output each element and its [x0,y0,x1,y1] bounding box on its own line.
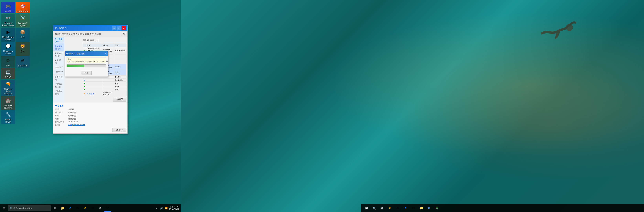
taskbar-left: ⊞ 🔍 뭐 및 Windows 검색 ⧉ 📁 e 🛍 e ✉ ⚙ 🛡 ∧ 🔊 📶… [0,204,181,212]
program-name: ☞ 도움말 [86,91,102,96]
table-row[interactable]: ● ☞ 도움말 주식회사이니시아프트 [83,91,126,96]
desktop-icon-intel[interactable]: 🔧 Intel(R)Driver [1,110,15,124]
taskbar-right-taskview[interactable]: ⧉ [378,204,386,212]
desktop-icon-alzip[interactable]: 📦 알집 [16,28,30,42]
3dvision-icon: 👓 [4,14,12,22]
taskbar-app-ie[interactable]: e [82,204,89,212]
clock-time: 오전 11:30 [169,205,179,208]
desktop-icon-lion[interactable]: 🦁 lion [16,42,30,56]
system-tray: ∧ 🔊 📶 [155,206,168,210]
taskbar-app-store[interactable]: 🛍 [74,204,81,212]
desktop-icon-mediaplayer[interactable]: ▶ Media PlayerCenter [1,28,15,42]
sidebar-section-tools: ActiveX 블/BHO [53,65,64,75]
taskbar-app-edge[interactable]: e [67,204,74,212]
gpuz-icon: 💻 [4,69,12,76]
version-label: 버전 : [55,118,66,120]
sidebar-item-blulog[interactable]: 블/BHO [53,70,64,74]
taskbar-right-ie2[interactable]: e [402,204,409,212]
close-window-button[interactable]: 닫기(C) [112,128,126,132]
window-controls: ─ □ ✕ [112,26,126,30]
printer-icon: 🖨 [19,57,26,64]
desktop-icon-counter[interactable]: 🔫 Counter-StrikeOnline 2 [1,80,15,96]
messenger-icon: 💬 [4,43,12,50]
table-row[interactable]: ● 6.0.1.6554 [83,78,126,82]
name-value: 설치됨 [68,108,126,111]
taskbar-app-settings[interactable]: ⚙ [96,204,104,212]
messenger-label: MessengerCenter [3,50,13,55]
swimmer-decoration [526,12,585,51]
nexon-label: 넥슨런처이런 [17,10,28,12]
cancel-button[interactable]: 취소 [81,71,92,75]
desktop-icon-fortes[interactable]: 🏰 포트리스블레이지 [1,96,15,110]
sidebar-item-services[interactable]: 서비스 관리 [53,89,64,96]
size-value: 정보없음 [68,114,126,117]
tray-network[interactable]: 📶 [164,206,168,210]
refresh-button[interactable]: ↻ [122,32,126,36]
taskbar-right-search[interactable]: 🔍 [371,204,378,212]
taskbar-app-explorer[interactable]: 📁 [59,204,66,212]
table-row[interactable]: ● v10.4 [83,85,126,88]
taskbar-search[interactable]: 🔍 뭐 및 Windows 검색 [8,205,51,211]
col-check [83,44,86,47]
sidebar-item-programs[interactable]: ■ 프로그램 관리 [53,44,64,51]
table-row[interactable]: ● v2.5 [83,82,126,85]
tray-volume[interactable]: 🔊 [160,206,164,210]
sidebar-item-process[interactable]: ■ 프로세스 관리 [53,51,64,58]
table-row[interactable]: ● v16.1 [83,88,126,91]
window-close-button[interactable]: ✕ [122,26,126,30]
window-title-text: PC관리 [59,27,67,30]
taskbar-right-files[interactable]: 📁 [418,204,425,212]
taskbar-app-pcmanager[interactable]: 🛡 [104,204,111,212]
desktop-icon-nexon[interactable]: 🎯 넥슨런처이런 [16,2,30,13]
window-maximize-button[interactable]: □ [117,26,121,30]
taskbar-right-gpu[interactable]: 🖥 [426,204,433,212]
desktop-icon-printer[interactable]: 🖨 인설시트론 [16,56,30,68]
desktop-icon-settings[interactable]: ⚙ 설정 [1,56,15,68]
version-value: 정보없음 [68,118,126,120]
desktop-icon-3dvision[interactable]: 👓 3D VisionPhoto Viewer [1,14,15,28]
dialog-path: 목적 : C:\Program\Nexon\PCsans\DATA\WDAT12… [66,58,106,63]
window-bottom-section: ☎ 콜센소 상태 : 설치됨 제작사 : 정보없음 크기 : 정보없음 버전 :… [53,103,128,134]
search-icon: 🔍 [10,207,12,210]
installdate-label: 설치날짜 : [55,120,66,123]
fortes-icon: 🏰 [4,97,12,104]
installdate-value: 2016.06.09 [68,120,126,123]
taskbar-right-mail[interactable]: ✉ [410,204,417,212]
start-button[interactable]: ⊞ [0,204,8,212]
desktop-icon-gpuz[interactable]: 💻 GPU-Z [1,68,15,79]
game-label: 게임들 [5,10,11,12]
license-info: 상태 : 설치됨 제작사 : 정보없음 크기 : 정보없음 버전 : 정보없음 … [55,108,126,126]
taskbar-right-ie[interactable]: e [386,204,394,212]
sidebar-item-activex[interactable]: ActiveX [53,66,64,70]
manufacturer-label: 제작사 : [55,111,66,114]
clock: 오전 11:30 2016-06-11 [169,205,179,211]
desktop-icon-messenger[interactable]: 💬 MessengerCenter [1,42,15,56]
col-name: 이름 [86,44,102,47]
monitor-left: 🎮 게임들 🎯 넥슨런처이런 👓 3D VisionPhoto Viewer ⚔… [0,0,181,212]
sidebar-item-startmgr[interactable]: ■ 부팅관리 [53,75,64,82]
counter-label: Counter-StrikeOnline 2 [2,88,14,95]
fortes-label: 포트리스블레이지 [4,104,12,109]
dialog-titlebar: Uninstall - 프로세스 ✕ [65,51,108,56]
lion-icon: 🦁 [19,43,26,50]
dialog-close-button[interactable]: ✕ [105,52,106,55]
program-version: v10.4 [114,85,126,88]
sidebar-item-tools[interactable]: ■ 도 관리 [53,58,64,65]
desktop-icon-game[interactable]: 🎮 게임들 [1,2,15,13]
game-icon: 🎮 [4,3,12,10]
folder-link[interactable]: C:\http://www.PCsans [68,124,126,126]
dialog-footer: 취소 [65,70,108,76]
search-text: 뭐 및 Windows 검색 [13,207,32,210]
desktop-icon-league[interactable]: ⚔️ League ofLegends [16,14,30,28]
sidebar-item-startup[interactable]: 시작프로그램 [53,82,64,89]
taskbar-right-start[interactable]: ⊞ [363,204,370,212]
window-minimize-button[interactable]: ─ [112,26,116,30]
taskbar-right-shield[interactable]: 🛡 [434,204,440,212]
printer-label: 인설시트론 [18,64,28,67]
toolbar-description: 설치된 프로그램을 확인하고 삭제할 수 있습니다. [55,32,102,36]
taskbar-right-store[interactable]: 🛍 [394,204,401,212]
taskbar-app-mail[interactable]: ✉ [89,204,96,212]
taskbar-app-taskview[interactable]: ⧉ [52,204,59,212]
tray-chevron[interactable]: ∧ [155,206,159,210]
delete-button[interactable]: 삭제(D) [113,97,126,102]
